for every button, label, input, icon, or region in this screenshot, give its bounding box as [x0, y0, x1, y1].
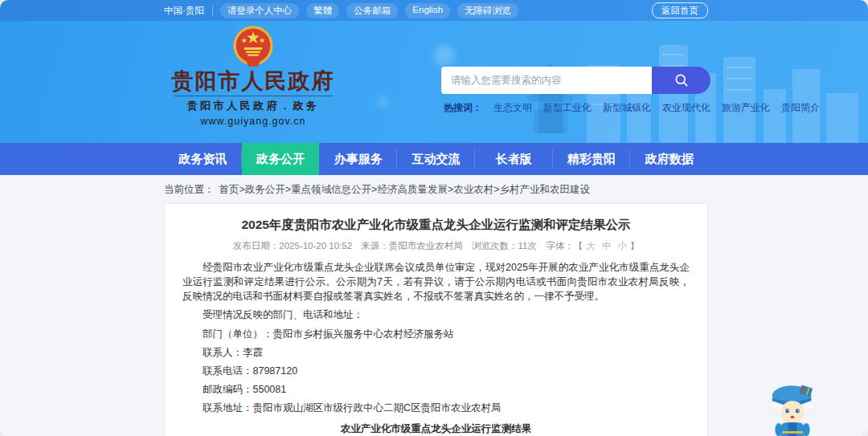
search-button[interactable]: [652, 67, 710, 94]
hot-search-word-0[interactable]: 生态文明: [493, 101, 532, 115]
results-table-title: 农业产业化市级重点龙头企业运行监测结果: [182, 422, 690, 436]
browser-page: 中国·贵阳 请登录个人中心繁體公务邮箱English无障碍浏览 返回首页: [0, 0, 868, 436]
nav-tab-政务公开[interactable]: 政务公开: [242, 143, 320, 175]
article-paragraph-1: 受理情况反映的部门、电话和地址：: [182, 308, 690, 322]
nav-tab-精彩贵阳[interactable]: 精彩贵阳: [553, 143, 631, 175]
hot-search-word-2[interactable]: 新型城镇化: [603, 101, 651, 115]
article-paragraph-5: 邮政编码：550081: [182, 382, 690, 397]
hot-search-word-3[interactable]: 农业现代化: [662, 101, 710, 115]
topbar-link-3[interactable]: English: [405, 3, 450, 18]
logo-divider: [174, 96, 333, 96]
hot-search-word-5[interactable]: 贵阳简介: [781, 101, 820, 115]
back-home-button[interactable]: 返回首页: [652, 2, 708, 18]
nav-tab-互动交流[interactable]: 互动交流: [397, 143, 475, 175]
topbar-link-1[interactable]: 繁體: [306, 3, 339, 18]
nav-tab-办事服务[interactable]: 办事服务: [319, 143, 397, 175]
publish-date: 发布日期：2025-10-20 10:52: [233, 241, 352, 251]
site-subtitle: 贵阳市人民政府．政务: [169, 99, 338, 113]
hot-search-row: 热搜词： 生态文明新型工业化新型城镇化农业现代化旅游产业化贵阳简介: [444, 101, 820, 115]
top-utility-bar: 中国·贵阳 请登录个人中心繁體公务邮箱English无障碍浏览 返回首页: [0, 0, 868, 21]
site-title: 贵阳市人民政府: [169, 70, 338, 92]
nav-tab-长者版[interactable]: 长者版: [475, 143, 553, 175]
article-source: 来源：贵阳市农业农村局: [361, 241, 463, 251]
site-logo-block[interactable]: 贵阳市人民政府 贵阳市人民政府．政务 www.guiyang.gov.cn: [169, 25, 338, 127]
national-emblem-icon: [231, 25, 276, 68]
view-count: 浏览次数：11次: [472, 241, 537, 251]
site-region-label[interactable]: 中国·贵阳: [164, 5, 213, 17]
hot-search-word-1[interactable]: 新型工业化: [543, 101, 592, 115]
article-card: 2025年度贵阳市农业产业化市级重点龙头企业运行监测和评定结果公示 发布日期：2…: [164, 203, 708, 436]
hot-search-word-4[interactable]: 旅游产业化: [722, 101, 770, 115]
article-paragraph-0: 经贵阳市农业产业化市级重点龙头企业联席会议成员单位审定，现对2025年开展的农业…: [182, 260, 690, 304]
font-size-controls: 大中小: [583, 241, 630, 251]
article-paragraph-4: 联系电话：87987120: [182, 364, 690, 378]
topbar-link-0[interactable]: 请登录个人中心: [220, 3, 300, 18]
main-navigation: 政务资讯政务公开办事服务互动交流长者版精彩贵阳政府数据: [0, 143, 868, 175]
search-icon: [674, 72, 690, 88]
font-size-option-中[interactable]: 中: [602, 241, 612, 251]
site-banner: 贵阳市人民政府 贵阳市人民政府．政务 www.guiyang.gov.cn 热搜…: [0, 21, 868, 143]
breadcrumb[interactable]: 首页>政务公开>重点领域信息公开>经济高质量发展>农业农村>乡村产业和农田建设: [219, 183, 591, 197]
article-body: 经贵阳市农业产业化市级重点龙头企业联席会议成员单位审定，现对2025年开展的农业…: [182, 260, 690, 415]
font-size-option-大[interactable]: 大: [586, 241, 596, 251]
article-paragraph-3: 联系人：李霞: [182, 345, 690, 360]
content-area: 2025年度贵阳市农业产业化市级重点龙头企业运行监测和评定结果公示 发布日期：2…: [0, 203, 868, 436]
topbar-link-4[interactable]: 无障碍浏览: [457, 3, 518, 18]
font-size-option-小[interactable]: 小: [617, 241, 627, 251]
nav-tab-政务资讯[interactable]: 政务资讯: [164, 143, 242, 175]
breadcrumb-row: 当前位置： 首页>政务公开>重点领域信息公开>经济高质量发展>农业农村>乡村产业…: [0, 175, 868, 203]
hot-search-label: 热搜词：: [444, 101, 482, 115]
article-paragraph-6: 联系地址：贵阳市观山湖区市级行政中心二期C区贵阳市农业农村局: [182, 401, 690, 415]
search-bar: [441, 67, 710, 94]
mascot-character[interactable]: [764, 380, 821, 436]
article-paragraph-2: 部门（单位）：贵阳市乡村振兴服务中心农村经济服务站: [182, 327, 690, 341]
site-url: www.guiyang.gov.cn: [169, 116, 338, 127]
font-size-label-close: 】: [630, 241, 640, 251]
page-title: 2025年度贵阳市农业产业化市级重点龙头企业运行监测和评定结果公示: [182, 217, 690, 234]
article-meta: 发布日期：2025-10-20 10:52 来源：贵阳市农业农村局 浏览次数：1…: [182, 240, 690, 252]
font-size-label: 字体：【: [546, 241, 583, 251]
breadcrumb-label: 当前位置：: [164, 183, 215, 197]
search-input[interactable]: [441, 67, 652, 94]
hot-search-words: 生态文明新型工业化新型城镇化农业现代化旅游产业化贵阳简介: [493, 101, 820, 115]
topbar-links: 请登录个人中心繁體公务邮箱English无障碍浏览: [220, 3, 518, 18]
nav-tab-政府数据[interactable]: 政府数据: [630, 143, 708, 175]
topbar-link-2[interactable]: 公务邮箱: [346, 3, 398, 18]
